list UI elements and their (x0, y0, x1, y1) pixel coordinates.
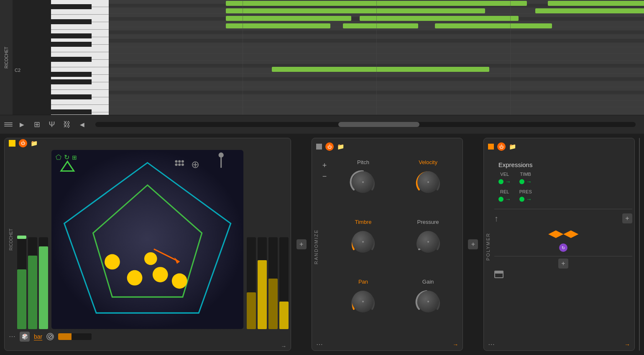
fork-button[interactable]: Ψ (46, 119, 58, 130)
pitch-label: Pitch (357, 159, 369, 165)
polymer-vert-label: POLYMER (484, 155, 492, 338)
svg-point-12 (178, 160, 181, 163)
expressions-title: Expressions (498, 161, 628, 168)
pres-arrow[interactable]: → (519, 196, 532, 203)
note-bar[interactable] (226, 16, 351, 21)
dots-icon-bottom[interactable]: ⋯ (9, 332, 15, 340)
note-bar[interactable] (272, 67, 489, 72)
bar-label[interactable]: bar (34, 333, 42, 340)
add-panel-button-2[interactable]: + (468, 239, 478, 249)
randomize-power-button[interactable]: ⏻ (325, 142, 334, 151)
ricochet-color-indicator (9, 140, 15, 147)
fader-2[interactable] (28, 237, 37, 329)
scrollbar-thumb[interactable] (338, 122, 419, 127)
note-bar[interactable] (435, 23, 552, 28)
knob-grid: Pitch Velocity (329, 155, 463, 338)
randomize-folder-icon[interactable]: 📁 (337, 143, 344, 150)
note-bar[interactable] (343, 23, 418, 28)
play-button[interactable]: ▶ (16, 119, 28, 130)
dots-icon-randomize[interactable]: ⋯ (316, 340, 323, 348)
sync-button[interactable]: ↑↓ SYNC ↑↓ (639, 163, 640, 172)
svg-rect-0 (51, 150, 243, 329)
timbre-label: Timbre (355, 219, 371, 225)
arrow-icon-polymer[interactable]: → (624, 341, 630, 348)
mixer-button[interactable]: ⊞ (31, 119, 43, 130)
pentagon-shape-icon[interactable]: ⬠ (56, 153, 61, 161)
ricochet-folder-icon[interactable]: 📁 (31, 140, 38, 147)
gain-cell: Gain (398, 279, 458, 334)
pres-expression: PRES → (519, 189, 532, 203)
note-bar[interactable] (226, 8, 485, 13)
pressure-knob[interactable] (415, 228, 442, 255)
svg-text:⊕: ⊕ (191, 159, 199, 170)
randomize-vert-label: RANDOMIZE (312, 155, 320, 338)
plus-icon-randomize[interactable]: + (322, 161, 327, 170)
svg-point-6 (172, 274, 187, 289)
svg-point-19 (219, 152, 224, 157)
piano-keys: C2 (13, 0, 109, 115)
gold-fader-1[interactable] (247, 237, 256, 329)
svg-point-16 (181, 163, 184, 166)
pentagon-rotate-icon[interactable]: ↻ (64, 153, 69, 161)
left-faders (17, 150, 48, 329)
arrow-up-icon[interactable]: ↑ (494, 214, 498, 223)
track-label: RICOCHET (0, 0, 13, 115)
polymer-color-indicator (488, 144, 494, 150)
arrow-right-bottom[interactable]: → (281, 343, 286, 350)
add-polymer-button[interactable]: + (558, 259, 568, 269)
gold-fader-4[interactable] (279, 237, 289, 329)
note-grid[interactable] (109, 0, 644, 115)
svg-point-15 (178, 163, 181, 166)
pentagon-grid-icon[interactable]: ⊞ (72, 154, 77, 161)
rel-arrow[interactable]: → (498, 196, 511, 203)
fader-3[interactable] (39, 237, 48, 329)
timbre-knob[interactable] (350, 228, 376, 255)
fader-1[interactable] (17, 237, 26, 329)
panels-area: ⏻ 📁 RICOCHET (0, 134, 644, 355)
polymer-panel: ⏻ 📁 POLYMER Expressions VEL (483, 138, 635, 351)
pressure-cell: Pressure (398, 219, 458, 274)
pitch-knob[interactable] (350, 169, 376, 195)
ricochet-power-button[interactable]: ⏻ (19, 139, 27, 147)
vel-label: VEL (498, 172, 511, 177)
gold-fader-3[interactable] (268, 237, 278, 329)
note-bar[interactable] (535, 8, 644, 13)
empty-circle-icon[interactable]: ⊘ (46, 333, 54, 340)
add-expression-button[interactable]: + (622, 213, 632, 223)
vel-arrow[interactable]: → (498, 178, 511, 185)
velocity-knob[interactable] (415, 169, 442, 195)
note-bar[interactable] (226, 23, 330, 28)
note-bar[interactable] (360, 16, 519, 21)
back-button[interactable]: ◀ (76, 119, 88, 130)
svg-point-13 (181, 160, 184, 163)
waveform-icon[interactable]: ◀▶◀▶ (548, 228, 578, 239)
randomize-color-indicator (316, 144, 322, 150)
note-label-c2: C2 (15, 68, 20, 73)
window-icon[interactable] (494, 271, 503, 278)
scrollbar-track[interactable] (95, 122, 636, 127)
toolbar: ▶ ⊞ Ψ ⛓ ◀ (0, 115, 644, 134)
pan-knob[interactable] (350, 288, 376, 315)
gain-knob[interactable] (415, 288, 442, 315)
dots-icon-polymer[interactable]: ⋯ (488, 340, 495, 348)
rel-label: REL (498, 189, 511, 194)
add-panel-button-1[interactable]: + (296, 239, 307, 249)
mini-progress[interactable] (58, 333, 92, 340)
arrow-icon-randomize[interactable]: → (452, 341, 458, 348)
polymer-folder-icon[interactable]: 📁 (509, 143, 516, 150)
note-bar[interactable] (548, 1, 644, 6)
pentagon-area[interactable]: ⊕ ⬠ ↻ ⊞ (51, 150, 243, 329)
chain-button[interactable]: ⛓ (61, 119, 73, 130)
timb-arrow[interactable]: → (519, 178, 532, 185)
ricochet-content: ⊕ ⬠ ↻ ⊞ (17, 150, 289, 329)
layers-icon[interactable] (4, 120, 13, 129)
gold-fader-2[interactable] (258, 237, 267, 329)
pitch-cell: Pitch (333, 159, 394, 215)
loop-icon[interactable]: ↻ (559, 243, 567, 252)
ricochet-footer: ⋯ 🎲 bar ⊘ (5, 331, 291, 342)
polymer-power-button[interactable]: ⏻ (497, 142, 506, 151)
polymer-panel-inner: POLYMER Expressions VEL → (484, 155, 634, 338)
rel-expression: REL → (498, 189, 511, 203)
dice-icon[interactable]: 🎲 (20, 332, 30, 342)
minus-icon-randomize[interactable]: − (322, 172, 327, 181)
